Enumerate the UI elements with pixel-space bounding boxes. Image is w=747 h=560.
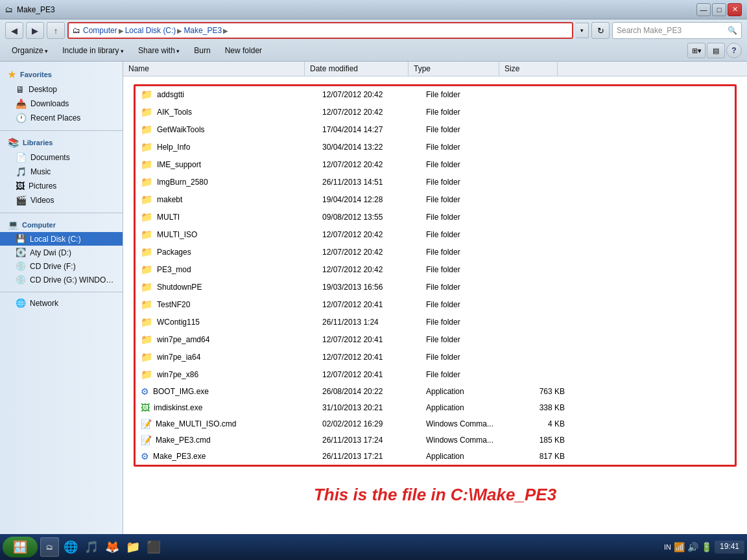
folder-icon: 📁 [141,351,153,363]
minimize-button[interactable]: — [696,3,711,16]
cell-size [512,146,570,148]
divider1 [0,130,123,131]
sidebar-item-network[interactable]: 🌐 Network [0,296,123,310]
file-header: Name Date modified Type Size [123,62,747,76]
menu-row: Organize Include in library Share with B… [5,41,742,58]
forward-button[interactable]: ▶ [26,22,44,39]
search-box[interactable]: Search Make_PE3 🔍 [612,22,742,39]
view-options-button[interactable]: ⊞▾ [687,43,706,58]
table-row[interactable]: 📁 WContig115 26/11/2013 1:24 File folder [136,314,735,331]
taskbar-explorer-btn[interactable]: 🗂 [40,537,59,557]
layout-button[interactable]: ▤ [707,43,725,58]
table-row[interactable]: 📁 MULTI 09/08/2012 13:55 File folder [136,209,735,226]
taskbar-folder-icon[interactable]: 📁 [124,538,142,556]
taskbar-ie-icon[interactable]: 🌐 [62,538,80,556]
cell-type: File folder [421,334,512,345]
sidebar-item-downloads[interactable]: 📥 Downloads [0,97,123,111]
sidebar-item-cd-drive-g[interactable]: 💿 CD Drive (G:) WINDOWS 7 AIO [PUTRANET.… [0,273,123,286]
tray-lang: IN [664,543,671,551]
table-row[interactable]: 📝 Make_MULTI_ISO.cmd 02/02/2012 16:29 Wi… [136,416,735,432]
table-row[interactable]: 📁 GetWaikTools 17/04/2014 14:27 File fol… [136,121,735,139]
folder-icon: 📁 [141,369,153,380]
sidebar-item-recent[interactable]: 🕐 Recent Places [0,111,123,125]
file-name: ImgBurn_2580 [157,178,208,187]
table-row[interactable]: 📝 Make_PE3.cmd 26/11/2013 17:24 Windows … [136,432,735,449]
burn-menu[interactable]: Burn [187,44,217,57]
breadcrumb-computer[interactable]: Computer [83,26,117,35]
file-name: BOOT_IMG.exe [153,387,209,396]
up-button[interactable]: ↑ [47,22,65,39]
table-row[interactable]: 📁 AIK_Tools 12/07/2012 20:42 File folder [136,104,735,121]
sidebar-item-videos[interactable]: 🎬 Videos [0,193,123,207]
tray-sound-icon[interactable]: 🔊 [687,542,698,552]
refresh-button[interactable]: ↻ [591,22,610,39]
cell-name: 📁 win7pe_x86 [136,368,317,382]
cell-size [512,286,570,288]
address-bar[interactable]: 🗂 Computer ▶ Local Disk (C:) ▶ Make_PE3 … [67,22,573,39]
table-row[interactable]: 📁 Packages 12/07/2012 20:42 File folder [136,244,735,261]
cell-size [512,338,570,341]
cell-size [512,181,570,183]
cell-type: File folder [421,316,512,328]
cell-date: 19/03/2013 16:56 [317,281,421,293]
table-row[interactable]: 📁 TestNF20 12/07/2012 20:41 File folder [136,296,735,314]
close-button[interactable]: ✕ [728,3,742,16]
sidebar-item-cd-drive-f[interactable]: 💿 CD Drive (F:) [0,259,123,273]
taskbar-music-icon[interactable]: 🎵 [82,538,101,556]
taskbar-firefox-icon[interactable]: 🦊 [103,538,121,556]
cell-size [512,356,570,358]
table-row[interactable]: 📁 MULTI_ISO 12/07/2012 20:42 File folder [136,226,735,244]
col-type-header[interactable]: Type [409,62,499,76]
cell-name: 📁 IME_support [136,158,317,172]
table-row[interactable]: 📁 Help_Info 30/04/2014 13:22 File folder [136,139,735,156]
table-row[interactable]: 📁 ShutdownPE 19/03/2013 16:56 File folde… [136,279,735,296]
tray-network-icon[interactable]: 📶 [674,542,685,552]
new-folder-menu[interactable]: New folder [219,44,268,57]
table-row[interactable]: 📁 addsgtti 12/07/2012 20:42 File folder [136,86,735,104]
sidebar-item-pictures[interactable]: 🖼 Pictures [0,179,123,193]
cell-size [512,198,570,201]
include-library-menu[interactable]: Include in library [56,44,130,57]
sidebar-item-music[interactable]: 🎵 Music [0,165,123,179]
table-row[interactable]: 📁 win7pe_amd64 12/07/2012 20:41 File fol… [136,331,735,349]
clock[interactable]: 19:41 [715,541,744,554]
cell-size: 817 KB [512,450,570,462]
table-row[interactable]: 🖼 imdiskinst.exe 31/10/2013 20:21 Applic… [136,400,735,416]
col-size-header[interactable]: Size [499,62,558,76]
exe-icon: ⚙ [141,451,149,461]
table-row[interactable]: ⚙ BOOT_IMG.exe 26/08/2014 20:22 Applicat… [136,384,735,400]
sidebar-item-desktop[interactable]: 🖥 Desktop [0,82,123,97]
col-name-header[interactable]: Name [123,62,305,76]
file-name: GetWaikTools [157,125,205,134]
file-name: TestNF20 [157,300,190,309]
taskbar-terminal-icon[interactable]: ⬛ [145,538,163,556]
file-name: Make_PE3.cmd [156,436,211,445]
organize-menu[interactable]: Organize [5,44,54,57]
table-row[interactable]: 📁 IME_support 12/07/2012 20:42 File fold… [136,156,735,174]
help-button[interactable]: ? [726,43,742,58]
folder-icon: 📁 [141,229,153,240]
cell-type: Windows Comma... [421,434,512,446]
file-name: win7pe_amd64 [157,335,209,344]
cell-name: 📁 MULTI_ISO [136,228,317,242]
table-row[interactable]: ⚙ Make_PE3.exe 26/11/2013 17:21 Applicat… [136,449,735,465]
table-row[interactable]: 📁 ImgBurn_2580 26/11/2013 14:51 File fol… [136,174,735,191]
table-row[interactable]: 📁 win7pe_ia64 12/07/2012 20:41 File fold… [136,349,735,366]
libraries-icon: 📚 [8,137,19,148]
back-button[interactable]: ◀ [5,22,23,39]
table-row[interactable]: 📁 PE3_mod 12/07/2012 20:42 File folder [136,261,735,279]
table-row[interactable]: 📁 makebt 19/04/2014 12:28 File folder [136,191,735,209]
cell-size [512,111,570,113]
table-row[interactable]: 📁 win7pe_x86 12/07/2012 20:41 File folde… [136,366,735,384]
sidebar-item-aty[interactable]: 💽 Aty Dwi (D:) [0,246,123,259]
breadcrumb-makepe3[interactable]: Make_PE3 [184,26,222,35]
col-date-header[interactable]: Date modified [305,62,409,76]
address-dropdown[interactable]: ▾ [576,23,589,38]
breadcrumb-localdisk[interactable]: Local Disk (C:) [125,26,176,35]
share-with-menu[interactable]: Share with [132,44,186,57]
start-button[interactable]: 🪟 [3,537,38,557]
maximize-button[interactable]: □ [712,3,726,16]
cell-type: File folder [421,106,512,118]
sidebar-item-documents[interactable]: 📄 Documents [0,150,123,165]
sidebar-item-local-disk[interactable]: 💾 Local Disk (C:) [0,232,123,246]
